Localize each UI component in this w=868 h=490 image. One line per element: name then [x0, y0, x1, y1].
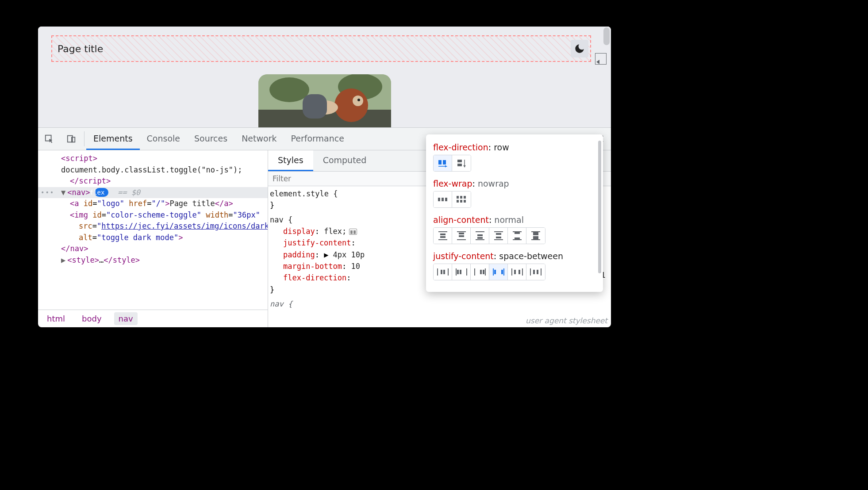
- crumb-html[interactable]: html: [42, 312, 69, 325]
- page-preview: Page title: [38, 27, 611, 127]
- popover-scrollbar[interactable]: [598, 141, 601, 273]
- svg-rect-50: [441, 270, 442, 274]
- svg-rect-63: [501, 270, 503, 274]
- justify-content-flex-start-option[interactable]: [452, 264, 471, 280]
- svg-rect-47: [533, 236, 538, 239]
- element-style-selector[interactable]: element.style: [270, 189, 338, 198]
- moon-icon: [574, 43, 585, 54]
- tab-console[interactable]: Console: [140, 128, 187, 150]
- svg-rect-19: [457, 196, 459, 199]
- svg-rect-67: [518, 270, 520, 274]
- svg-rect-23: [460, 200, 462, 203]
- align-content-stretch-option[interactable]: [526, 228, 545, 244]
- svg-rect-27: [440, 236, 446, 238]
- svg-rect-58: [480, 270, 482, 274]
- dom-tree[interactable]: <script> document.body.classList.toggle(…: [38, 150, 268, 310]
- flex-direction-options: [433, 155, 471, 172]
- nav-rule-selector[interactable]: nav: [270, 215, 292, 224]
- align-content-flex-end-option[interactable]: [471, 228, 489, 244]
- justify-content-space-evenly-option[interactable]: [526, 264, 545, 280]
- ua-nav-rule: nav {: [270, 299, 292, 308]
- svg-rect-15: [457, 164, 462, 166]
- align-content-center-option[interactable]: [434, 228, 452, 244]
- svg-rect-59: [483, 270, 484, 274]
- svg-rect-43: [515, 237, 520, 239]
- devtools-tabs: Elements Console Sources Network Perform…: [86, 128, 351, 150]
- svg-rect-55: [460, 270, 461, 274]
- svg-point-4: [334, 88, 368, 122]
- hero-image: [258, 74, 391, 127]
- svg-rect-38: [496, 233, 501, 235]
- flex-wrap-options: [433, 191, 471, 208]
- flexbox-editor-button[interactable]: [349, 229, 357, 235]
- toggle-sidebar-button[interactable]: [595, 53, 607, 65]
- justify-content-center-option[interactable]: [434, 264, 452, 280]
- dark-mode-toggle[interactable]: [571, 40, 588, 57]
- justify-content-flex-end-option[interactable]: [471, 264, 489, 280]
- svg-rect-20: [460, 196, 462, 199]
- elements-panel: <script> document.body.classList.toggle(…: [38, 150, 268, 327]
- svg-rect-35: [477, 237, 483, 239]
- crumb-body[interactable]: body: [77, 312, 106, 325]
- flex-direction-row-option[interactable]: [434, 155, 452, 171]
- flex-direction-column-option[interactable]: [452, 155, 471, 171]
- svg-rect-16: [438, 198, 440, 201]
- tab-network[interactable]: Network: [234, 128, 284, 150]
- flexbox-editor-popover: flex-direction: row flex-wrap: nowrap al…: [426, 134, 603, 292]
- svg-rect-24: [464, 200, 466, 203]
- svg-rect-42: [515, 232, 520, 234]
- svg-rect-71: [537, 270, 538, 274]
- tab-computed[interactable]: Computed: [313, 150, 376, 171]
- svg-rect-12: [438, 160, 442, 165]
- crumb-nav[interactable]: nav: [114, 312, 138, 325]
- inspect-element-button[interactable]: [38, 128, 60, 150]
- flex-wrap-wrap-option[interactable]: [452, 191, 471, 207]
- svg-rect-17: [442, 198, 444, 201]
- svg-rect-31: [459, 235, 464, 237]
- svg-rect-62: [494, 270, 496, 274]
- img-src-link[interactable]: https://jec.fyi/assets/img/icons/dark.sv…: [101, 222, 268, 230]
- tab-elements[interactable]: Elements: [86, 128, 140, 150]
- svg-rect-30: [459, 233, 464, 234]
- justify-content-space-around-option[interactable]: [508, 264, 526, 280]
- separator: [84, 131, 84, 146]
- tab-performance[interactable]: Performance: [284, 128, 351, 150]
- svg-point-6: [357, 99, 360, 101]
- align-content-space-between-option[interactable]: [508, 228, 526, 244]
- svg-rect-13: [443, 160, 446, 165]
- flex-wrap-nowrap-option[interactable]: [434, 191, 452, 207]
- page-scrollbar-thumb[interactable]: [603, 27, 610, 45]
- page-title-link[interactable]: Page title: [54, 43, 103, 54]
- svg-rect-26: [440, 234, 446, 235]
- tab-styles[interactable]: Styles: [268, 150, 313, 171]
- align-content-options: [433, 227, 545, 244]
- selected-nav-element[interactable]: ▼<nav> flex == $0: [38, 187, 268, 199]
- svg-rect-54: [457, 270, 459, 274]
- svg-rect-8: [303, 94, 327, 119]
- justify-content-options: [433, 264, 545, 280]
- svg-rect-34: [477, 234, 483, 236]
- svg-rect-51: [443, 270, 445, 274]
- svg-rect-70: [533, 270, 535, 274]
- devtools-window: Page title: [38, 27, 611, 327]
- flex-badge[interactable]: flex: [95, 188, 109, 197]
- breadcrumb: html body nav: [38, 310, 268, 327]
- svg-rect-18: [445, 198, 447, 201]
- justify-content-space-between-option[interactable]: [489, 264, 508, 280]
- svg-rect-39: [496, 237, 501, 238]
- svg-rect-14: [457, 160, 462, 162]
- svg-point-1: [269, 77, 309, 102]
- selection-marker: == $0: [118, 188, 140, 197]
- svg-rect-66: [514, 270, 516, 274]
- user-agent-note: user agent stylesheet: [526, 315, 607, 326]
- svg-rect-21: [464, 196, 466, 199]
- svg-rect-22: [457, 200, 459, 203]
- script-body: document.body.classList.toggle("no-js");: [61, 165, 242, 174]
- device-toolbar-button[interactable]: [60, 128, 82, 150]
- align-content-space-around-option[interactable]: [489, 228, 508, 244]
- tab-sources[interactable]: Sources: [187, 128, 234, 150]
- align-content-flex-start-option[interactable]: [452, 228, 471, 244]
- svg-rect-46: [533, 232, 538, 235]
- inspected-nav-highlight: Page title: [51, 35, 591, 62]
